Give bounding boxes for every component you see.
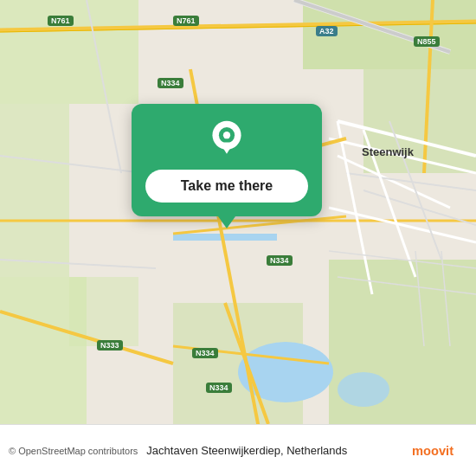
road-label-a32: A32 [316, 26, 338, 36]
svg-rect-2 [0, 104, 69, 277]
road-label-n855: N855 [414, 36, 440, 47]
road-label-n334c: N334 [192, 348, 218, 358]
road-label-n334a: N334 [158, 78, 183, 88]
road-label-n761a: N761 [48, 16, 74, 26]
road-label-n761b: N761 [173, 16, 199, 26]
road-label-n334d: N334 [206, 383, 232, 393]
svg-point-42 [223, 132, 230, 138]
osm-credit: © OpenStreetMap contributors [9, 446, 138, 456]
svg-point-10 [338, 372, 389, 407]
osm-credit-text: © OpenStreetMap contributors [9, 446, 138, 456]
take-me-there-button[interactable]: Take me there [145, 170, 308, 203]
bottom-bar: © OpenStreetMap contributors Jachtaven S… [0, 424, 476, 476]
svg-text:moovit: moovit [412, 444, 453, 458]
moovit-logo-svg: moovit [412, 441, 464, 460]
moovit-logo: moovit [412, 441, 464, 460]
location-pin-icon [206, 119, 248, 161]
location-name: Jachtaven Steenwijkerdiep, Netherlands [146, 444, 412, 457]
road-label-n334b: N334 [267, 255, 293, 266]
road-label-n333: N333 [97, 340, 123, 351]
svg-rect-11 [173, 234, 277, 241]
popup-card: Take me there [132, 104, 322, 216]
map-container[interactable]: N761 N761 A32 N855 N334 N334 N333 N334 N… [0, 0, 476, 424]
city-label-steenwijk: Steenwijk [362, 145, 414, 158]
